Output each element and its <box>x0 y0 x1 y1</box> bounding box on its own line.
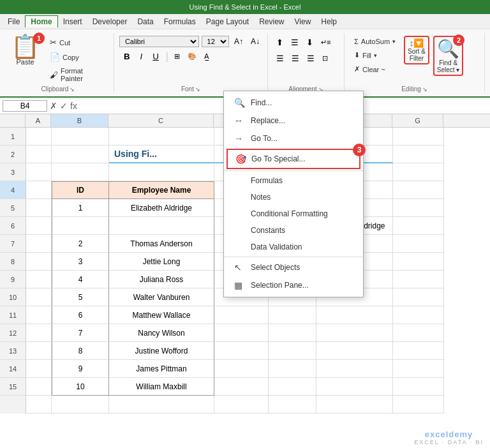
row-num-13[interactable]: 13 <box>0 342 26 360</box>
cell-g12[interactable] <box>393 342 444 360</box>
align-left-button[interactable]: ☰ <box>273 52 287 65</box>
cell-a8[interactable] <box>26 271 52 288</box>
cell-f13[interactable] <box>316 360 393 378</box>
row-num-2[interactable]: 2 <box>0 146 26 163</box>
cell-a9[interactable] <box>26 288 52 306</box>
cell-b13[interactable]: 9 <box>52 360 109 378</box>
align-center-button[interactable]: ☰ <box>288 52 302 65</box>
clipboard-expand-icon[interactable]: ↘ <box>70 86 75 93</box>
col-header-b[interactable]: B <box>51 114 108 127</box>
row-num-4[interactable]: 4 <box>0 181 26 199</box>
autosum-button[interactable]: ΣAutoSum▾ <box>350 36 400 47</box>
cell-b8[interactable]: 4 <box>52 271 109 288</box>
fill-color-button[interactable]: 🎨 <box>184 50 200 63</box>
cell-e11[interactable] <box>269 324 316 342</box>
cell-b5[interactable]: 1 <box>52 199 109 217</box>
replace-menu-item[interactable]: ↔ Replace... <box>224 112 363 130</box>
cell-g13[interactable] <box>393 360 444 378</box>
font-name-select[interactable]: Calibri <box>119 36 199 47</box>
cell-a1[interactable] <box>26 128 52 146</box>
paste-button[interactable]: 📋 1 Paste <box>8 33 43 68</box>
row-num-12[interactable]: 12 <box>0 324 26 342</box>
cell-b3[interactable] <box>52 163 109 181</box>
cell-b10[interactable]: 6 <box>52 306 109 324</box>
cell-g15[interactable] <box>393 396 444 414</box>
cell-d15[interactable] <box>214 396 269 414</box>
cell-d13[interactable] <box>214 360 269 378</box>
row-num-10[interactable]: 10 <box>0 288 26 306</box>
cell-f11[interactable] <box>316 324 393 342</box>
cell-g7[interactable] <box>393 253 444 271</box>
row-num-5[interactable]: 5 <box>0 199 26 217</box>
insert-function-icon[interactable]: fx <box>70 101 77 111</box>
cell-a4[interactable] <box>26 181 52 199</box>
cell-reference-input[interactable] <box>3 100 47 112</box>
cell-e15[interactable] <box>269 396 316 414</box>
conditional-formatting-menu-item[interactable]: Conditional Formatting <box>224 205 363 222</box>
cell-a5b[interactable] <box>26 217 52 235</box>
cell-b9[interactable]: 5 <box>52 288 109 306</box>
col-header-a[interactable]: A <box>26 114 51 127</box>
menu-file[interactable]: File <box>3 16 25 27</box>
row-num-7[interactable]: 7 <box>0 235 26 253</box>
align-right-button[interactable]: ☰ <box>304 52 318 65</box>
cell-g9[interactable] <box>393 288 444 306</box>
cell-g8[interactable] <box>393 271 444 288</box>
cell-c15[interactable] <box>109 396 214 414</box>
row-num-3[interactable]: 3 <box>0 163 26 181</box>
cell-f15[interactable] <box>316 396 393 414</box>
cell-b12[interactable]: 8 <box>52 342 109 360</box>
increase-font-button[interactable]: A↑ <box>232 36 246 47</box>
selection-pane-menu-item[interactable]: ▦ Selection Pane... <box>224 276 363 294</box>
cell-c11[interactable]: Nancy Wilson <box>109 324 214 342</box>
cell-g5b[interactable] <box>393 217 444 235</box>
cell-f14[interactable] <box>316 378 393 396</box>
cell-b1[interactable] <box>52 128 109 146</box>
cell-a3[interactable] <box>26 163 52 181</box>
cell-e12[interactable] <box>269 342 316 360</box>
col-header-c[interactable]: C <box>108 114 214 127</box>
row-num-8[interactable]: 8 <box>0 253 26 271</box>
cell-a2[interactable] <box>26 146 52 163</box>
row-num-15[interactable]: 15 <box>0 378 26 396</box>
row-num-14[interactable]: 14 <box>0 360 26 378</box>
cell-c4[interactable]: Employee Name <box>109 181 214 199</box>
font-expand-icon[interactable]: ↘ <box>195 86 200 93</box>
fill-button[interactable]: ⬇Fill▾ <box>350 49 400 61</box>
cut-button[interactable]: ✂ Cut <box>45 36 108 49</box>
menu-home[interactable]: Home <box>25 15 57 27</box>
cell-g3[interactable] <box>393 163 444 181</box>
cell-f12[interactable] <box>316 342 393 360</box>
cell-e14[interactable] <box>269 378 316 396</box>
row-num-6[interactable]: 6 <box>0 217 26 235</box>
wrap-text-button[interactable]: ↵≡ <box>318 36 334 49</box>
cell-c14[interactable]: William Maxbill <box>109 378 214 396</box>
cell-c13[interactable]: James Pittman <box>109 360 214 378</box>
italic-button[interactable]: I <box>136 50 147 63</box>
menu-developer[interactable]: Developer <box>87 16 133 27</box>
cell-a7[interactable] <box>26 253 52 271</box>
formulas-menu-item[interactable]: Formulas <box>224 172 363 189</box>
merge-button[interactable]: ⊡ <box>319 52 331 65</box>
notes-menu-item[interactable]: Notes <box>224 189 363 205</box>
cell-b5b[interactable] <box>52 217 109 235</box>
format-painter-button[interactable]: 🖌 Format Painter <box>45 65 108 84</box>
cell-c2[interactable]: Using Fi... <box>109 146 214 163</box>
cell-b2[interactable] <box>52 146 109 163</box>
cell-a12[interactable] <box>26 342 52 360</box>
cell-d11[interactable] <box>214 324 269 342</box>
align-top-button[interactable]: ⬆ <box>273 36 286 49</box>
cell-b7[interactable]: 3 <box>52 253 109 271</box>
cell-g2[interactable] <box>393 146 444 163</box>
cell-c5[interactable]: Elizabeth Aldridge <box>109 199 214 217</box>
constants-menu-item[interactable]: Constants <box>224 222 363 239</box>
menu-insert[interactable]: Insert <box>58 16 87 27</box>
goto-special-menu-item[interactable]: 🎯 Go To Special... 3 <box>226 149 360 169</box>
font-color-button[interactable]: A̲ <box>201 50 212 63</box>
cell-c5b[interactable] <box>109 217 214 235</box>
data-validation-menu-item[interactable]: Data Validation <box>224 239 363 255</box>
align-bottom-button[interactable]: ⬇ <box>303 36 316 49</box>
menu-help[interactable]: Help <box>316 16 342 27</box>
cell-a15[interactable] <box>26 396 52 414</box>
font-size-select[interactable]: 12 <box>202 36 229 47</box>
